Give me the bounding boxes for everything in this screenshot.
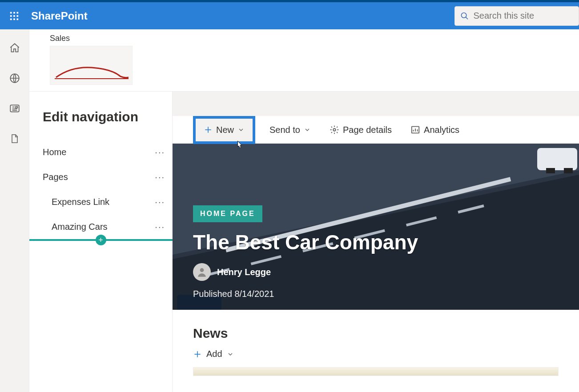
file-icon[interactable] bbox=[8, 132, 21, 145]
nav-item-label: Amazing Cars bbox=[43, 222, 108, 232]
search-icon bbox=[460, 11, 469, 21]
nav-item-label: Pages bbox=[43, 172, 68, 182]
nav-insert-indicator[interactable]: + bbox=[29, 239, 176, 241]
news-icon[interactable] bbox=[8, 102, 21, 115]
nav-item-expenses-link[interactable]: Expenses Link ··· bbox=[43, 189, 168, 214]
page-title: The Best Car Company bbox=[193, 230, 418, 254]
send-to-label: Send to bbox=[269, 125, 300, 135]
page-hero: HOME PAGE The Best Car Company Henry Leg… bbox=[173, 144, 579, 310]
svg-line-10 bbox=[466, 17, 468, 19]
new-label: New bbox=[216, 125, 234, 135]
chevron-down-icon bbox=[227, 351, 234, 358]
add-label: Add bbox=[206, 349, 222, 359]
add-nav-item-icon[interactable]: + bbox=[96, 235, 106, 245]
svg-rect-8 bbox=[17, 18, 19, 20]
plus-icon bbox=[193, 350, 202, 359]
news-section: News Add bbox=[173, 310, 579, 392]
svg-point-19 bbox=[333, 129, 336, 132]
site-logo[interactable] bbox=[50, 46, 133, 85]
page-badge: HOME PAGE bbox=[193, 205, 262, 222]
avatar[interactable] bbox=[193, 263, 211, 281]
analytics-label: Analytics bbox=[424, 125, 459, 135]
svg-rect-0 bbox=[10, 12, 12, 13]
brand-label[interactable]: SharePoint bbox=[31, 10, 88, 22]
page-details-label: Page details bbox=[343, 125, 392, 135]
analytics-icon bbox=[410, 125, 420, 135]
nav-panel-title: Edit navigation bbox=[43, 109, 168, 124]
more-icon[interactable]: ··· bbox=[155, 222, 168, 232]
svg-rect-29 bbox=[537, 148, 577, 170]
edit-navigation-panel: Edit navigation Home ··· Pages ··· Expen… bbox=[29, 92, 173, 392]
svg-point-9 bbox=[461, 12, 466, 17]
svg-rect-5 bbox=[17, 15, 19, 17]
gear-icon bbox=[330, 125, 339, 135]
nav-item-amazing-cars[interactable]: Amazing Cars ··· bbox=[43, 214, 168, 239]
person-icon bbox=[196, 266, 208, 278]
nav-item-label: Expenses Link bbox=[43, 197, 109, 207]
nav-item-home[interactable]: Home ··· bbox=[43, 140, 168, 164]
published-date: Published 8/14/2021 bbox=[193, 289, 418, 299]
svg-rect-1 bbox=[13, 12, 15, 13]
more-icon[interactable]: ··· bbox=[155, 172, 168, 182]
page-area: New Send to Page details Analytic bbox=[173, 92, 579, 392]
suite-bar: SharePoint bbox=[0, 0, 579, 29]
search-input[interactable] bbox=[473, 11, 573, 21]
news-title: News bbox=[193, 326, 559, 341]
site-parent-link[interactable]: Sales bbox=[50, 34, 579, 43]
news-card[interactable] bbox=[193, 367, 559, 376]
home-icon[interactable] bbox=[8, 42, 21, 54]
chevron-down-icon bbox=[237, 126, 245, 133]
site-header: Sales bbox=[29, 29, 579, 92]
more-icon[interactable]: ··· bbox=[155, 147, 168, 157]
svg-rect-7 bbox=[13, 18, 15, 20]
svg-rect-2 bbox=[17, 12, 19, 13]
command-bar: New Send to Page details Analytic bbox=[173, 116, 579, 144]
chevron-down-icon bbox=[304, 126, 311, 133]
svg-rect-31 bbox=[564, 168, 573, 173]
send-to-button[interactable]: Send to bbox=[265, 122, 315, 138]
svg-rect-16 bbox=[16, 107, 17, 108]
page-details-button[interactable]: Page details bbox=[325, 122, 396, 138]
svg-point-33 bbox=[200, 268, 204, 272]
search-box[interactable] bbox=[454, 6, 579, 26]
app-launcher-icon[interactable] bbox=[5, 7, 23, 25]
nav-item-pages[interactable]: Pages ··· bbox=[43, 164, 168, 189]
svg-rect-3 bbox=[10, 15, 12, 17]
new-button[interactable]: New bbox=[193, 116, 255, 144]
svg-rect-30 bbox=[546, 168, 555, 173]
svg-rect-4 bbox=[13, 15, 15, 17]
nav-item-label: Home bbox=[43, 147, 66, 157]
app-rail bbox=[0, 29, 29, 392]
author-name[interactable]: Henry Legge bbox=[217, 267, 271, 277]
car-logo-icon bbox=[54, 64, 129, 82]
more-icon[interactable]: ··· bbox=[155, 197, 168, 207]
plus-icon bbox=[204, 125, 213, 134]
svg-rect-6 bbox=[10, 18, 12, 20]
analytics-button[interactable]: Analytics bbox=[406, 122, 464, 138]
add-news-button[interactable]: Add bbox=[193, 349, 559, 359]
globe-icon[interactable] bbox=[8, 72, 21, 84]
svg-rect-12 bbox=[10, 105, 19, 112]
